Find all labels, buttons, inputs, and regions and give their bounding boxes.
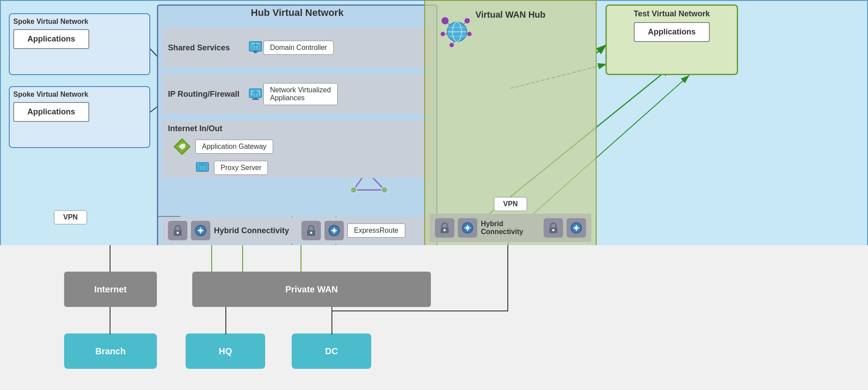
green-line-1 [211, 245, 212, 273]
hub-hybrid-conn-icon [191, 221, 210, 240]
private-wan-box: Private WAN [192, 272, 431, 307]
svg-text:↕: ↕ [181, 144, 183, 149]
nva-label: Network VirtualizedAppliances [270, 86, 331, 102]
proxy-server-box: Proxy Server [214, 161, 268, 175]
vwan-title: Virtual WAN Hub [476, 10, 546, 20]
expressroute-label: ExpressRoute [354, 227, 399, 235]
internet-line-up [110, 245, 110, 272]
svg-point-49 [310, 232, 312, 234]
internet-inout-label: Internet In/Out [168, 124, 247, 133]
bottom-area: Internet Private WAN Branch HQ DC [0, 245, 868, 390]
hub-row-ip-routing: IP Routing/Firewall Network VirtualizedA… [163, 74, 432, 114]
expressroute-box: ExpressRoute [347, 223, 405, 238]
wan-hybrid-label: HybridConnectivity [481, 220, 540, 236]
hub-vnet-title: Hub Virtual Network [247, 5, 348, 21]
expressroute-conn-icon [324, 221, 344, 240]
spoke-vnet-1-apps: Applications [13, 29, 89, 49]
svg-point-46 [177, 232, 179, 234]
hub-row-internet: Internet In/Out ↕ Application Gateway [163, 121, 432, 178]
hq-box: HQ [186, 333, 265, 369]
svg-point-67 [444, 229, 446, 231]
hub-vnet: Hub Virtual Network Shared Services Doma… [157, 4, 438, 250]
dc-label: DC [325, 346, 338, 356]
vpn-left-label: VPN [63, 213, 78, 221]
domain-controller-box: Domain Controller [263, 41, 334, 55]
vwan-globe-icon [438, 14, 474, 51]
diagram-container: Spoke Virtual Network Applications Spoke… [0, 0, 868, 390]
ip-routing-label: IP Routing/Firewall [168, 90, 247, 99]
svg-point-70 [552, 229, 555, 231]
dc-box: DC [292, 333, 371, 369]
wan-hybrid-row: HybridConnectivity [430, 214, 591, 242]
proxy-server-label: Proxy Server [221, 164, 261, 172]
spoke-vnet-2-title: Spoke Virtual Network [13, 91, 88, 98]
wan-vpn-line-horizontal [331, 310, 508, 311]
shared-services-label: Shared Services [168, 43, 247, 53]
wan-hybrid-lock-icon [435, 218, 454, 238]
nva-box: Network VirtualizedAppliances [263, 83, 338, 105]
private-wan-label: Private WAN [286, 284, 338, 295]
spoke-vnet-1: Spoke Virtual Network Applications [9, 13, 150, 75]
domain-controller-label: Domain Controller [270, 44, 327, 52]
svg-rect-30 [254, 51, 257, 53]
test-vnet: Test Virtual Network Applications [605, 4, 738, 75]
svg-point-54 [467, 32, 472, 36]
branch-line [110, 307, 110, 334]
test-vnet-apps: Applications [634, 22, 710, 42]
wan-vpn-line-down [507, 245, 508, 311]
green-line-2 [242, 245, 243, 273]
spoke-vnet-2: Spoke Virtual Network Applications [9, 86, 150, 148]
internet-label: Internet [94, 284, 126, 295]
green-line-3 [301, 245, 301, 273]
app-gateway-icon: ↕ [172, 137, 192, 156]
vpn-left-box: VPN [54, 210, 87, 224]
expressroute-lock-icon [301, 221, 321, 240]
nva-icon [247, 86, 263, 102]
svg-point-55 [449, 43, 454, 47]
wan-hybrid-conn-icon [458, 218, 477, 238]
wan-hybrid-conn2-icon [567, 218, 586, 238]
hub-row-shared-services: Shared Services Domain Controller [163, 28, 432, 68]
spoke-vnet-2-apps: Applications [13, 102, 89, 122]
domain-controller-icon [247, 40, 263, 56]
spoke-vnet-1-title: Spoke Virtual Network [13, 18, 88, 26]
branch-box: Branch [64, 333, 157, 369]
svg-point-53 [441, 32, 445, 36]
hub-hybrid-lock-icon [168, 221, 187, 240]
hub-hybrid-label: Hybrid Connectivity [214, 226, 293, 235]
proxy-icon [194, 160, 210, 176]
hub-hybrid-row: Hybrid Connectivity ExpressRoute [163, 217, 432, 244]
app-gateway-label: Application Gateway [202, 143, 266, 151]
branch-label: Branch [95, 346, 126, 356]
hq-label: HQ [219, 346, 232, 356]
vwan-area: Virtual WAN Hub HybridConnectivity [424, 0, 597, 247]
wan-vpn-box: VPN [494, 197, 527, 211]
app-gateway-box: Application Gateway [195, 140, 273, 154]
internet-box: Internet [64, 272, 157, 307]
svg-point-52 [464, 18, 470, 23]
wan-vpn-label: VPN [503, 200, 518, 208]
test-vnet-title: Test Virtual Network [607, 6, 737, 22]
wan-hybrid-lock2-icon [544, 218, 563, 238]
hq-line [225, 307, 226, 334]
